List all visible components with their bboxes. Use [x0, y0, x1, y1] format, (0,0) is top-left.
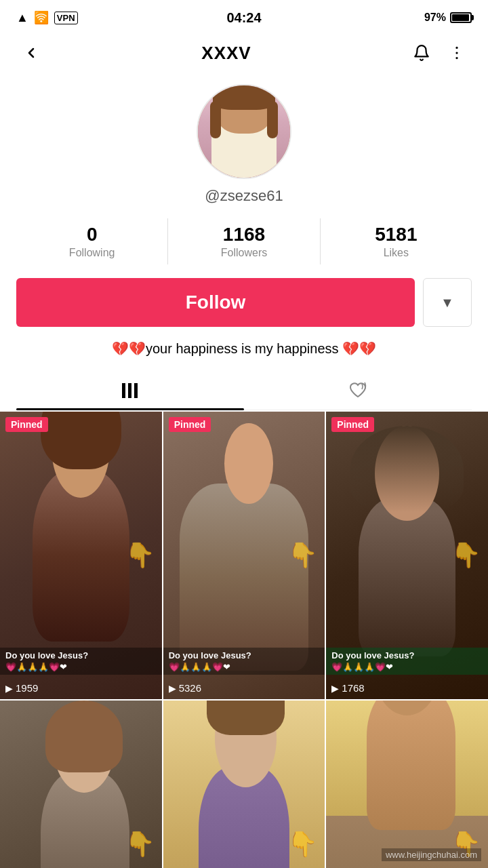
stats-row: 0 Following 1168 Followers 5181 Likes — [16, 218, 472, 264]
likes-label: Likes — [384, 247, 409, 259]
videos-tab-icon — [121, 382, 140, 403]
wifi-icon: 🛜 — [34, 10, 49, 25]
swipe-hint-icon: 👇 — [287, 541, 318, 570]
video-item[interactable]: 👇 Do you love Jesus? 💗🙏🙏🙏💗❤ ▶ 1332 — [0, 701, 162, 868]
video-item[interactable]: 👇 Do you love Jesus? 💗🙏🙏🙏💗❤ ▶ 1061 — [163, 701, 325, 868]
bio-text: 💔💔your happiness is my happiness 💔💔 — [112, 339, 376, 358]
avatar-image — [198, 85, 290, 178]
following-label: Following — [69, 247, 115, 259]
stat-likes[interactable]: 5181 Likes — [321, 218, 472, 264]
caption-emoji: 💗🙏🙏🙏💗❤ — [331, 662, 483, 672]
likes-count: 5181 — [375, 224, 417, 245]
svg-point-2 — [455, 57, 458, 59]
followers-label: Followers — [221, 247, 267, 259]
play-icon: ▶ — [331, 683, 339, 694]
stat-followers[interactable]: 1168 Followers — [168, 218, 319, 264]
signal-icon: ▲ — [16, 11, 28, 25]
video-caption: Do you love Jesus? 💗🙏🙏🙏💗❤ — [0, 648, 162, 675]
play-count: 1768 — [342, 682, 364, 694]
caption-text: Do you love Jesus? — [169, 650, 320, 662]
video-stats: ▶ 1959 — [5, 682, 38, 694]
caption-text: Do you love Jesus? — [5, 650, 157, 662]
back-button[interactable] — [16, 38, 46, 68]
caption-text: Do you love Jesus? — [331, 650, 483, 662]
tab-liked[interactable] — [244, 374, 472, 410]
page-title: XXXV — [201, 43, 251, 64]
tab-videos[interactable] — [16, 374, 244, 410]
video-item[interactable]: Pinned 👇 Do you love Jesus? 💗🙏🙏🙏💗❤ ▶ 195… — [0, 412, 162, 699]
caption-emoji: 💗🙏🙏🙏💗❤ — [169, 662, 320, 672]
notification-button[interactable] — [407, 38, 436, 68]
swipe-hint-icon: 👇 — [125, 541, 155, 570]
swipe-hint-icon: 👇 — [287, 830, 318, 859]
video-stats: ▶ 1768 — [331, 682, 364, 694]
video-stats: ▶ 5326 — [169, 682, 201, 694]
username: @zsezse61 — [205, 187, 283, 205]
svg-rect-3 — [122, 383, 125, 398]
stat-following[interactable]: 0 Following — [16, 218, 167, 264]
vpn-badge: VPN — [54, 12, 78, 24]
avatar — [197, 84, 291, 179]
swipe-hint-icon: 👇 — [451, 541, 481, 570]
video-grid: Pinned 👇 Do you love Jesus? 💗🙏🙏🙏💗❤ ▶ 195… — [0, 412, 488, 868]
play-icon: ▶ — [169, 683, 176, 694]
follow-button[interactable]: Follow — [16, 278, 415, 327]
video-item[interactable]: Pinned 👇 Do you love Jesus? 💗🙏🙏🙏💗❤ ▶ 532… — [163, 412, 325, 699]
video-item[interactable]: Pinned 👇 Do you love Jesus? 💗🙏🙏🙏💗❤ ▶ 176… — [326, 412, 488, 699]
svg-rect-5 — [134, 383, 138, 398]
svg-point-1 — [455, 52, 458, 54]
header-actions — [407, 38, 472, 68]
following-count: 0 — [87, 224, 98, 245]
video-item[interactable]: 👇 Do you love Jesus? 💗🙏🙏🙏💗❤ ▶ 963 — [326, 701, 488, 868]
pinned-badge: Pinned — [5, 417, 48, 432]
action-row: Follow ▼ — [16, 278, 472, 327]
status-right: 97% — [424, 12, 472, 24]
followers-count: 1168 — [223, 224, 265, 245]
video-caption: Do you love Jesus? 💗🙏🙏🙏💗❤ — [163, 648, 325, 675]
play-count: 1959 — [16, 682, 38, 694]
watermark: www.heijingchuhai.com — [382, 848, 481, 861]
more-options-button[interactable] — [442, 38, 472, 68]
status-time: 04:24 — [226, 10, 261, 26]
profile-tabs — [16, 374, 472, 410]
status-left: ▲ 🛜 VPN — [16, 10, 78, 25]
pinned-badge: Pinned — [331, 417, 374, 432]
profile-section: @zsezse61 0 Following 1168 Followers 518… — [0, 73, 488, 410]
status-bar: ▲ 🛜 VPN 04:24 97% — [0, 0, 488, 33]
battery-percent: 97% — [424, 12, 446, 24]
svg-rect-4 — [128, 383, 131, 398]
liked-tab-icon — [348, 381, 367, 403]
dropdown-button[interactable]: ▼ — [423, 278, 472, 327]
caption-emoji: 💗🙏🙏🙏💗❤ — [5, 662, 157, 672]
swipe-hint-icon: 👇 — [125, 830, 155, 859]
video-caption: Do you love Jesus? 💗🙏🙏🙏💗❤ — [326, 648, 488, 675]
battery-icon — [450, 12, 472, 23]
play-icon: ▶ — [5, 683, 13, 694]
svg-point-0 — [455, 47, 458, 49]
header: XXXV — [0, 33, 488, 73]
dropdown-icon: ▼ — [441, 295, 454, 311]
pinned-badge: Pinned — [169, 417, 211, 432]
play-count: 5326 — [179, 682, 201, 694]
